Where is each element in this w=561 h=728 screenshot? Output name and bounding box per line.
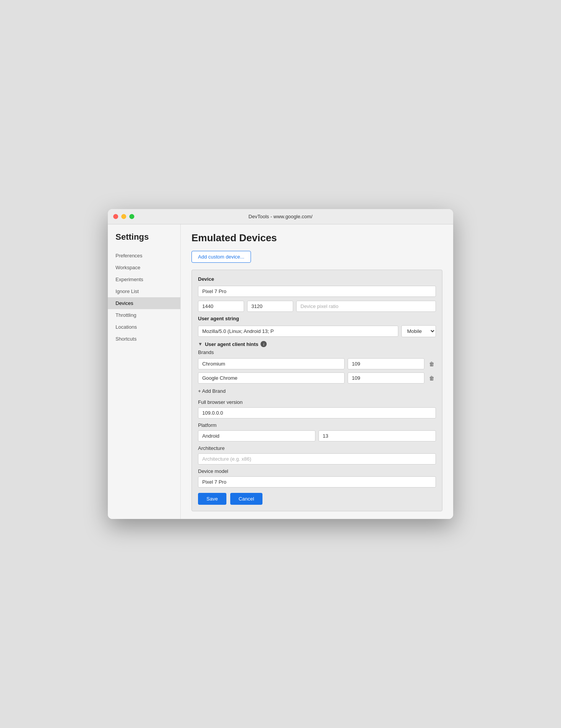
architecture-input[interactable] bbox=[198, 453, 436, 464]
platform-row bbox=[198, 430, 436, 441]
brand-version-input-google-chrome[interactable] bbox=[348, 372, 424, 384]
sidebar: Settings Preferences Workspace Experimen… bbox=[108, 224, 181, 519]
hints-title: User agent client hints bbox=[205, 341, 258, 347]
delete-brand-chromium-icon[interactable]: 🗑 bbox=[427, 359, 436, 369]
save-button[interactable]: Save bbox=[198, 493, 226, 505]
platform-version-input[interactable] bbox=[318, 430, 436, 441]
cancel-button[interactable]: Cancel bbox=[230, 493, 262, 505]
sidebar-item-throttling[interactable]: Throttling bbox=[108, 309, 180, 321]
sidebar-item-workspace[interactable]: Workspace bbox=[108, 262, 180, 273]
platform-label: Platform bbox=[198, 422, 436, 428]
sidebar-heading: Settings bbox=[108, 232, 180, 250]
delete-brand-google-chrome-icon[interactable]: 🗑 bbox=[427, 374, 436, 383]
sidebar-item-experiments[interactable]: Experiments bbox=[108, 273, 180, 285]
window-body: Settings Preferences Workspace Experimen… bbox=[108, 224, 453, 519]
hints-info-icon[interactable]: i bbox=[261, 341, 267, 347]
device-model-row bbox=[198, 476, 436, 488]
brand-row-chromium: 🗑 bbox=[198, 358, 436, 369]
brand-name-input-google-chrome[interactable] bbox=[198, 372, 345, 384]
user-agent-row: Mobile Desktop Tablet bbox=[198, 325, 436, 337]
device-name-input[interactable] bbox=[198, 286, 436, 297]
device-section-label: Device bbox=[198, 276, 436, 282]
device-model-input[interactable] bbox=[198, 476, 436, 488]
full-version-row bbox=[198, 407, 436, 418]
dimensions-row bbox=[198, 301, 436, 312]
brand-version-input-chromium[interactable] bbox=[348, 358, 424, 369]
height-input[interactable] bbox=[247, 301, 293, 312]
titlebar: DevTools - www.google.com/ bbox=[108, 209, 453, 224]
brand-row-google-chrome: 🗑 bbox=[198, 372, 436, 384]
architecture-label: Architecture bbox=[198, 445, 436, 451]
main-content: Emulated Devices Add custom device... De… bbox=[181, 224, 453, 519]
hints-header: ▼ User agent client hints i bbox=[198, 341, 436, 347]
architecture-row bbox=[198, 453, 436, 464]
brands-label: Brands bbox=[198, 349, 436, 355]
brand-name-input-chromium[interactable] bbox=[198, 358, 345, 369]
pixel-ratio-input[interactable] bbox=[296, 301, 436, 312]
sidebar-item-ignore-list[interactable]: Ignore List bbox=[108, 285, 180, 297]
user-agent-input[interactable] bbox=[198, 326, 398, 337]
window-controls bbox=[113, 214, 134, 219]
width-input[interactable] bbox=[198, 301, 244, 312]
add-custom-device-button[interactable]: Add custom device... bbox=[191, 251, 251, 263]
user-agent-label: User agent string bbox=[198, 316, 436, 321]
minimize-button[interactable] bbox=[121, 214, 126, 219]
sidebar-item-locations[interactable]: Locations bbox=[108, 321, 180, 333]
ua-type-select[interactable]: Mobile Desktop Tablet bbox=[401, 325, 436, 337]
platform-name-input[interactable] bbox=[198, 430, 315, 441]
full-version-label: Full browser version bbox=[198, 399, 436, 405]
actions-row: Save Cancel bbox=[198, 493, 436, 505]
page-title: Emulated Devices bbox=[191, 232, 442, 244]
devtools-window: DevTools - www.google.com/ Settings Pref… bbox=[108, 209, 453, 519]
titlebar-title: DevTools - www.google.com/ bbox=[249, 214, 313, 219]
close-button[interactable] bbox=[113, 214, 118, 219]
add-brand-button[interactable]: + Add Brand bbox=[198, 387, 226, 395]
hints-toggle-icon[interactable]: ▼ bbox=[198, 341, 203, 347]
device-model-label: Device model bbox=[198, 468, 436, 474]
sidebar-item-preferences[interactable]: Preferences bbox=[108, 250, 180, 262]
sidebar-item-devices[interactable]: Devices bbox=[108, 297, 180, 309]
full-version-input[interactable] bbox=[198, 407, 436, 418]
device-form: Device User agent string Mobile bbox=[191, 270, 442, 511]
maximize-button[interactable] bbox=[129, 214, 134, 219]
device-name-row bbox=[198, 286, 436, 297]
sidebar-item-shortcuts[interactable]: Shortcuts bbox=[108, 333, 180, 345]
